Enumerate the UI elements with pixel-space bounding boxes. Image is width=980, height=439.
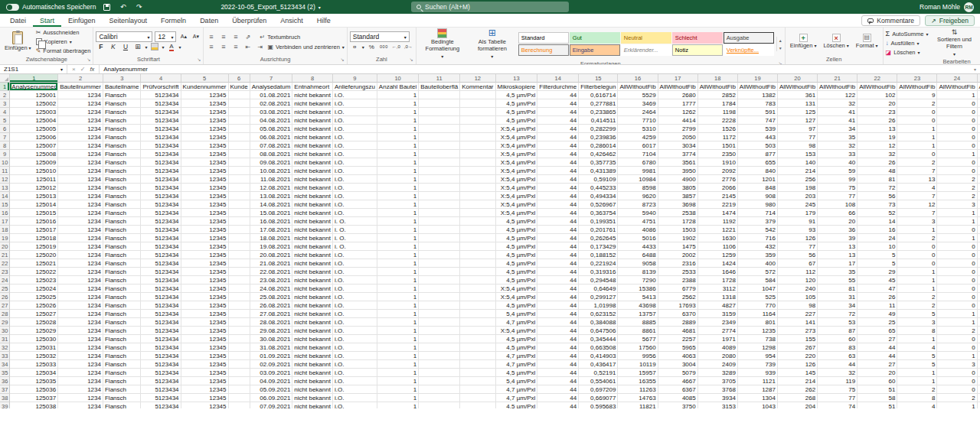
sort-filter-button[interactable]: Sortieren und Filtern (930, 28, 978, 58)
column-header[interactable]: 15 (579, 74, 618, 83)
cell[interactable]: 1318 (698, 293, 738, 301)
cell[interactable]: 77 (778, 242, 818, 251)
cell[interactable]: 1 (377, 293, 419, 301)
cell[interactable]: 44 (537, 184, 579, 192)
cell[interactable]: 125034 (10, 369, 58, 377)
cell[interactable]: 125036 (10, 385, 58, 394)
formula-input[interactable]: Analysenummer (100, 65, 970, 73)
cell[interactable]: 0,616714 (579, 91, 618, 99)
cell[interactable]: 2464 (618, 108, 658, 116)
cell[interactable]: 12 (897, 200, 937, 209)
tab-überprüfen[interactable]: Überprüfen (225, 14, 273, 27)
cell[interactable] (460, 242, 495, 251)
cell[interactable]: 07.08.2021 (250, 141, 293, 150)
cell[interactable]: 44 (537, 335, 579, 343)
cell[interactable]: i.O. (333, 141, 377, 150)
cell[interactable]: 1234 (58, 209, 103, 217)
cell[interactable]: X:5,4 µm/Pxl (496, 167, 538, 175)
cell[interactable]: 4,5 µm/Pxl (496, 335, 538, 343)
cell[interactable]: 0 (978, 200, 980, 209)
borders-button[interactable] (132, 42, 142, 52)
cell[interactable]: 0,426462 (579, 150, 618, 158)
cell[interactable]: 125037 (10, 394, 58, 402)
style-chip[interactable]: Standard (518, 32, 569, 44)
cell[interactable]: 1 (377, 217, 419, 226)
cell[interactable]: 877 (738, 150, 778, 158)
cell[interactable]: 44 (537, 251, 579, 259)
cell[interactable]: 3469 (618, 99, 658, 108)
cell[interactable]: 4,5 µm/Pxl (496, 301, 538, 310)
cell[interactable]: 05.08.2021 (250, 125, 293, 133)
cell[interactable]: 30.08.2021 (250, 335, 293, 343)
cell[interactable]: 1 (377, 133, 419, 141)
cell[interactable]: 73 (858, 200, 897, 209)
cell[interactable]: 141 (778, 318, 818, 327)
cell[interactable]: Entnahmeort (292, 83, 333, 91)
cell[interactable]: 1 (377, 276, 419, 285)
cell[interactable] (419, 327, 460, 335)
row-header[interactable]: 11 (0, 167, 10, 175)
cell[interactable]: 125016 (10, 217, 58, 226)
cell[interactable]: 5123434 (141, 402, 181, 408)
cell[interactable]: 16355 (618, 377, 658, 385)
cell[interactable]: 24 (858, 234, 897, 242)
cell[interactable]: 8598 (618, 184, 658, 192)
cell[interactable]: 125007 (10, 141, 58, 150)
cell[interactable]: 3750 (658, 402, 698, 408)
cell[interactable]: X:5,4 µm/Pxl (496, 133, 538, 141)
cell[interactable]: 125003 (10, 108, 58, 116)
cell[interactable]: 0,52191 (579, 369, 618, 377)
cell[interactable]: 5123434 (141, 192, 181, 200)
cell[interactable]: 1 (377, 209, 419, 217)
cell[interactable]: 8 (897, 327, 937, 335)
cell[interactable]: 5123434 (141, 116, 181, 125)
cell[interactable]: 5677 (618, 335, 658, 343)
cell[interactable]: nicht bekannt (292, 360, 333, 369)
cell[interactable]: 3159 (698, 310, 738, 318)
cell[interactable]: 1259 (698, 251, 738, 259)
cell[interactable]: 125018 (10, 234, 58, 242)
cell[interactable]: 125027 (10, 310, 58, 318)
cell[interactable] (229, 327, 250, 335)
cell[interactable]: 58 (858, 394, 897, 402)
cell[interactable] (419, 234, 460, 242)
cell[interactable]: 1234 (58, 327, 103, 335)
cell[interactable]: Flansch (103, 385, 141, 394)
cell[interactable]: 361 (778, 91, 818, 99)
cell[interactable]: 0 (978, 276, 980, 285)
cell[interactable]: 1 (978, 184, 980, 192)
cell[interactable]: nicht bekannt (292, 108, 333, 116)
cell[interactable]: 5123434 (141, 125, 181, 133)
cell[interactable]: Flansch (103, 234, 141, 242)
cell[interactable]: 7 (897, 209, 937, 217)
cell[interactable]: Anlieferungszu (333, 83, 377, 91)
cell[interactable]: nicht bekannt (292, 369, 333, 377)
cell[interactable]: i. O. (333, 226, 377, 234)
cell[interactable]: 5123434 (141, 150, 181, 158)
increase-font-button[interactable] (178, 32, 188, 42)
cell[interactable]: 125012 (10, 184, 58, 192)
cell[interactable]: 0,239836 (579, 133, 618, 141)
cell[interactable]: 14 (858, 217, 897, 226)
row-header[interactable]: 17 (0, 217, 10, 226)
cell[interactable]: 5 (858, 259, 897, 268)
cell[interactable]: nicht bekannt (292, 192, 333, 200)
cell[interactable]: 1 (897, 377, 937, 385)
cell[interactable]: 1 (377, 301, 419, 310)
cell[interactable]: 44 (537, 116, 579, 125)
cell[interactable]: 12345 (181, 385, 229, 394)
select-all-corner[interactable] (0, 74, 10, 83)
cell[interactable]: Flansch (103, 293, 141, 301)
cell[interactable]: 12345 (181, 184, 229, 192)
cell[interactable]: 0 (978, 99, 980, 108)
cell[interactable]: 125030 (10, 335, 58, 343)
cell[interactable]: 1234 (58, 310, 103, 318)
cell[interactable]: 584 (738, 276, 778, 285)
cell[interactable]: Flansch (103, 200, 141, 209)
cell[interactable]: 2538 (658, 209, 698, 217)
cell[interactable]: i.O. (333, 276, 377, 285)
cell[interactable]: 81 (818, 285, 858, 293)
cell[interactable]: 1 (377, 175, 419, 184)
cell[interactable]: 0,436417 (579, 360, 618, 369)
cell[interactable]: X:5,4 µm/Pxl (496, 158, 538, 167)
